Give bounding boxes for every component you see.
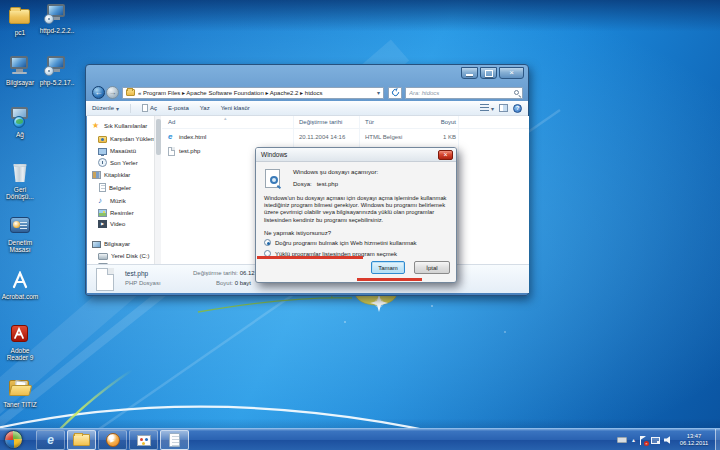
sidebar-item-pictures[interactable]: Resimler — [87, 207, 154, 218]
email-button[interactable]: E-posta — [168, 105, 189, 111]
desktop-icon-label: Ağ — [16, 131, 24, 138]
column-header-name[interactable]: Ad — [168, 119, 175, 125]
new-folder-button[interactable]: Yeni klasör — [221, 105, 250, 111]
help-button[interactable]: ? — [513, 104, 522, 113]
forward-button[interactable]: → — [106, 86, 119, 99]
taskbar-item-media-player[interactable]: ▶ — [98, 430, 127, 450]
windows7-desktop: pc1 httpd-2.2.2.. Bilgisayar php-5.2.17.… — [0, 0, 720, 450]
radio-selected-icon[interactable] — [264, 239, 271, 246]
refresh-button[interactable] — [388, 87, 402, 99]
print-button[interactable]: Yaz — [200, 105, 210, 111]
search-box[interactable] — [405, 87, 523, 99]
sidebar-item-desktop[interactable]: Masaüstü — [87, 145, 154, 156]
open-with-dialog: Windows × Windows şu dosyayı açamıyor: D… — [255, 147, 457, 283]
show-hidden-icons-button[interactable]: ▲ — [631, 437, 636, 443]
music-note-icon: ♪ — [98, 196, 107, 205]
taskbar-item-internet-explorer[interactable]: e — [36, 430, 65, 450]
desktop-icon-httpd-installer[interactable]: httpd-2.2.2.. — [37, 3, 77, 34]
column-header-size[interactable]: Boyut — [392, 119, 456, 125]
sidebar-scrollbar[interactable] — [154, 116, 161, 264]
desktop-icon-acrobat-com[interactable]: Acrobat.com — [0, 269, 40, 300]
desktop-icon-php-installer[interactable]: php-5.2.17.. — [37, 55, 77, 86]
breadcrumb-path[interactable]: « Program Files ▸ Apache Software Founda… — [138, 89, 374, 96]
sidebar-item-documents[interactable]: Belgeler — [87, 182, 154, 193]
taskbar-item-paint[interactable] — [129, 430, 158, 450]
ok-button[interactable]: Tamam — [371, 261, 405, 274]
network-status-icon[interactable] — [651, 436, 660, 444]
show-desktop-button[interactable] — [715, 429, 720, 450]
sidebar-label: Belgeler — [109, 185, 131, 191]
explorer-titlebar[interactable]: × — [86, 65, 528, 84]
open-button[interactable]: Aç — [142, 104, 157, 112]
cancel-button[interactable]: İptal — [414, 261, 450, 274]
preview-pane-button[interactable] — [499, 104, 508, 112]
maximize-button[interactable] — [480, 67, 497, 79]
organize-menu[interactable]: Düzenle ▾ — [92, 105, 119, 112]
column-header-type[interactable]: Tür — [365, 119, 374, 125]
desktop-icon-adobe-reader[interactable]: Adobe Reader 9 — [0, 323, 40, 361]
start-button[interactable] — [4, 430, 23, 449]
scrollbar-thumb[interactable] — [156, 119, 161, 155]
desktop-icon-control-panel[interactable]: Denetim Masası — [0, 215, 40, 253]
navigation-pane: ★ Sık Kullanılanlar Karşıdan Yüklem Masa… — [87, 116, 154, 264]
media-player-icon: ▶ — [106, 433, 120, 447]
control-panel-icon — [7, 215, 33, 237]
breadcrumb[interactable]: « Program Files ▸ Apache Software Founda… — [122, 87, 384, 99]
taskbar-item-notepad[interactable] — [160, 430, 189, 450]
documents-icon — [99, 183, 106, 192]
pictures-icon — [98, 209, 107, 217]
folder-icon — [7, 5, 33, 27]
sidebar-item-recent[interactable]: Son Yerler — [87, 157, 154, 168]
volume-icon[interactable] — [664, 436, 672, 444]
action-center-icon[interactable]: × — [640, 436, 647, 445]
dialog-titlebar[interactable]: Windows × — [256, 148, 456, 162]
desktop-icon-label: pc1 — [15, 29, 25, 36]
details-file-name: test.php — [125, 270, 148, 277]
sidebar-label: Masaüstü — [110, 148, 136, 154]
sidebar-item-computer[interactable]: Bilgisayar — [87, 238, 154, 249]
sidebar-item-libraries[interactable]: Kitaplıklar — [87, 169, 154, 180]
input-device-icon[interactable] — [617, 437, 627, 443]
new-folder-label: Yeni klasör — [221, 105, 250, 111]
close-button[interactable]: × — [499, 67, 524, 79]
libraries-icon — [92, 171, 101, 179]
sidebar-item-video[interactable]: ▶ Video — [87, 218, 154, 229]
sidebar-label: Müzik — [110, 198, 126, 204]
back-button[interactable]: ← — [92, 86, 105, 99]
search-icon — [514, 90, 519, 95]
radio-option-web-service[interactable]: Doğru programı bulmak için Web hizmetini… — [264, 239, 417, 246]
chevron-down-icon[interactable]: ▾ — [377, 89, 380, 96]
taskbar-item-explorer[interactable] — [67, 430, 96, 450]
column-header-date[interactable]: Değiştirme tarihi — [299, 119, 342, 125]
refresh-icon — [390, 88, 400, 98]
error-badge-icon: × — [644, 441, 649, 446]
desktop-icon-pc1[interactable]: pc1 — [0, 5, 40, 36]
sidebar-item-favorites[interactable]: ★ Sık Kullanılanlar — [87, 120, 154, 131]
minimize-button[interactable] — [461, 67, 478, 79]
desktop-icon-label: Geri Dönüşü... — [4, 186, 36, 200]
taskbar-clock[interactable]: 13:47 06.12.2011 — [676, 433, 712, 447]
details-size: Boyut: 0 bayt — [216, 280, 251, 286]
sidebar-label: Kitaplıklar — [104, 172, 130, 178]
ok-label: Tamam — [378, 265, 398, 271]
paint-icon — [137, 435, 151, 446]
minimize-icon — [466, 74, 473, 76]
sidebar-item-downloads[interactable]: Karşıdan Yüklem — [87, 133, 154, 144]
folder-icon — [126, 89, 135, 96]
desktop-icon-computer[interactable]: Bilgisayar — [0, 55, 40, 86]
desktop-icon-taner-folder[interactable]: Taner TITIZ — [0, 377, 40, 408]
desktop-icon-recycle-bin[interactable]: Geri Dönüşü... — [0, 162, 40, 200]
search-input[interactable] — [409, 90, 514, 96]
details-modified-label: Değiştirme tarihi: — [193, 270, 238, 276]
clock-time: 13:47 — [676, 433, 712, 440]
file-row-index-html[interactable]: e index.html 20.11.2004 14:16 HTML Belge… — [162, 131, 529, 144]
sidebar-item-music[interactable]: ♪ Müzik — [87, 195, 154, 206]
desktop-icon-network[interactable]: Ağ — [0, 107, 40, 138]
views-icon — [480, 104, 489, 112]
maximize-icon — [485, 70, 493, 77]
dialog-close-button[interactable]: × — [438, 150, 453, 160]
views-button[interactable]: ▾ — [480, 104, 494, 112]
file-name: test.php — [179, 148, 200, 154]
sidebar-label: Video — [110, 221, 125, 227]
forward-icon: → — [109, 89, 117, 97]
